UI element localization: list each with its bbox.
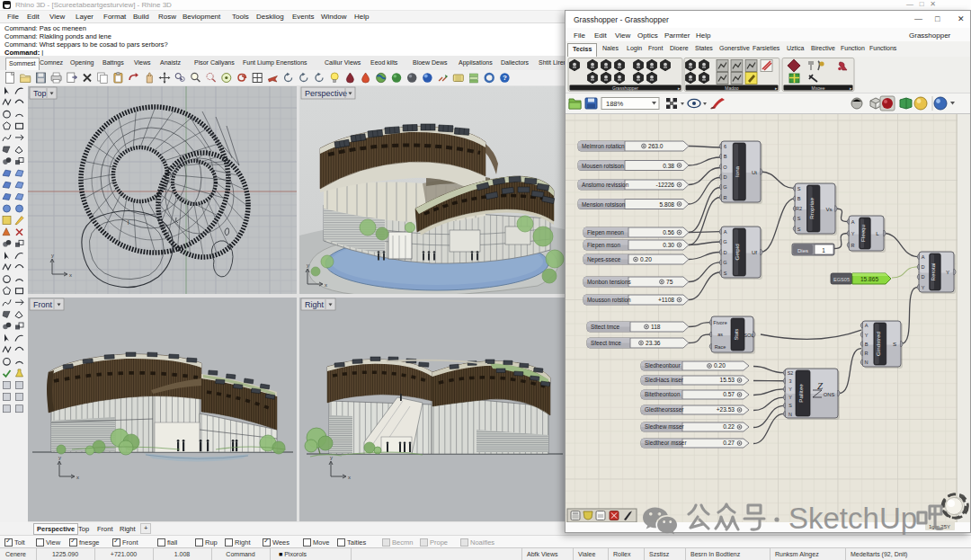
svg-text:1: 1 bbox=[822, 247, 825, 253]
svg-text:?: ? bbox=[503, 74, 507, 82]
svg-text:S: S bbox=[797, 227, 801, 232]
svg-text:188%: 188% bbox=[606, 100, 624, 108]
svg-text:y: y bbox=[330, 455, 333, 460]
svg-text:Stats: Stats bbox=[734, 328, 739, 340]
svg-text:Rerotai: Rerotai bbox=[930, 263, 936, 281]
svg-text:Gindstred: Gindstred bbox=[875, 332, 881, 356]
svg-text:0.22: 0.22 bbox=[723, 423, 735, 430]
svg-text:Getpid: Getpid bbox=[734, 244, 740, 261]
svg-text:Mxoee: Mxoee bbox=[811, 85, 824, 91]
svg-text:Flepen mson: Flepen mson bbox=[587, 242, 620, 249]
svg-text:Uf: Uf bbox=[752, 249, 757, 255]
svg-text:Y: Y bbox=[922, 285, 925, 290]
svg-text:Rropriae: Rropriae bbox=[808, 198, 815, 219]
svg-text:B: B bbox=[724, 154, 727, 159]
svg-text:Vs: Vs bbox=[825, 206, 832, 212]
svg-text:Sledtheor msser: Sledtheor msser bbox=[645, 440, 687, 446]
svg-text:Sttect tmce: Sttect tmce bbox=[591, 324, 619, 330]
svg-text:6: 6 bbox=[724, 144, 726, 149]
svg-text:Dies: Dies bbox=[797, 248, 808, 253]
svg-text:Anstomo revission: Anstomo revission bbox=[582, 182, 629, 188]
svg-text:Ut: Ut bbox=[752, 169, 757, 175]
svg-text:0.27: 0.27 bbox=[723, 440, 735, 446]
svg-text:EGS05: EGS05 bbox=[833, 277, 850, 282]
svg-text:S2: S2 bbox=[788, 370, 794, 376]
svg-text:0.30: 0.30 bbox=[663, 242, 674, 248]
svg-text:+1108: +1108 bbox=[658, 297, 674, 303]
svg-text:0.56: 0.56 bbox=[663, 229, 674, 236]
svg-text:Right: Right bbox=[305, 300, 325, 309]
svg-text:SketchUp: SketchUp bbox=[788, 502, 917, 535]
svg-text:R: R bbox=[851, 243, 854, 248]
svg-text:S: S bbox=[797, 216, 801, 221]
svg-text:3: 3 bbox=[789, 378, 792, 384]
svg-text:Ftvore: Ftvore bbox=[713, 320, 726, 325]
svg-text:Bitetheontoon: Bitetheontoon bbox=[645, 391, 681, 397]
svg-text:Sfeect tmce: Sfeect tmce bbox=[591, 340, 621, 346]
svg-text:D: D bbox=[921, 264, 924, 270]
svg-text:y: y bbox=[307, 262, 309, 268]
svg-text:B: B bbox=[865, 342, 869, 347]
svg-text:Grasshopper: Grasshopper bbox=[612, 85, 638, 91]
svg-text:Gledtheorssser: Gledtheorssser bbox=[645, 406, 684, 413]
svg-text:D: D bbox=[723, 250, 726, 255]
svg-text:N: N bbox=[864, 360, 868, 365]
svg-text:Y: Y bbox=[851, 231, 855, 236]
svg-text:R: R bbox=[723, 195, 726, 200]
svg-text:Sledheonbour: Sledheonbour bbox=[645, 362, 681, 369]
svg-text:Race: Race bbox=[715, 344, 726, 350]
svg-text:0.57: 0.57 bbox=[723, 391, 735, 397]
svg-text:Perspective: Perspective bbox=[305, 89, 347, 98]
svg-text:A: A bbox=[865, 323, 869, 328]
svg-text:0.38: 0.38 bbox=[663, 163, 674, 169]
svg-text:y: y bbox=[51, 253, 54, 258]
svg-text:Flepen mneon: Flepen mneon bbox=[587, 229, 624, 236]
svg-text:Z: Z bbox=[817, 380, 824, 391]
svg-text:75: 75 bbox=[666, 279, 673, 285]
svg-text:Pallitee: Pallitee bbox=[797, 384, 804, 403]
svg-text:D: D bbox=[723, 174, 726, 180]
svg-text:y: y bbox=[58, 455, 61, 460]
svg-text:+23.53: +23.53 bbox=[717, 406, 735, 413]
svg-text:263.0: 263.0 bbox=[648, 143, 664, 149]
svg-text:0.20: 0.20 bbox=[714, 362, 726, 369]
svg-text:Top: Top bbox=[33, 89, 47, 98]
svg-text:Melmron rotaticn: Melmron rotaticn bbox=[582, 143, 625, 149]
svg-text:O: O bbox=[723, 164, 727, 170]
svg-text:N: N bbox=[788, 412, 792, 417]
svg-text:Monbon tensions: Monbon tensions bbox=[587, 279, 631, 285]
svg-text:A: A bbox=[851, 219, 855, 225]
svg-text:A: A bbox=[922, 254, 925, 260]
svg-text:15.865: 15.865 bbox=[860, 276, 879, 282]
svg-text:SledHacs inser: SledHacs inser bbox=[645, 377, 684, 383]
svg-text:x: x bbox=[76, 475, 79, 480]
svg-text:ONS: ONS bbox=[824, 392, 835, 397]
svg-text:L: L bbox=[876, 230, 879, 236]
svg-text:Y: Y bbox=[946, 269, 949, 275]
svg-text:118: 118 bbox=[651, 324, 661, 330]
svg-text:B: B bbox=[797, 196, 801, 201]
svg-text:0.20: 0.20 bbox=[640, 256, 652, 262]
svg-text:Sledhew msser: Sledhew msser bbox=[645, 423, 685, 430]
svg-text:5.808: 5.808 bbox=[659, 201, 674, 208]
svg-text:x: x bbox=[325, 282, 327, 288]
svg-text:Mension rotsison: Mension rotsison bbox=[582, 201, 626, 208]
svg-text:Nepes-ssece: Nepes-ssece bbox=[587, 256, 621, 263]
svg-text:S: S bbox=[797, 186, 801, 191]
svg-text:Fleequ: Fleequ bbox=[860, 224, 866, 241]
svg-text:A: A bbox=[724, 229, 727, 235]
svg-text:Madoo: Madoo bbox=[725, 85, 739, 91]
svg-text:Mousson rotstion: Mousson rotstion bbox=[587, 297, 631, 303]
svg-text:Y: Y bbox=[788, 387, 792, 392]
svg-text:Y: Y bbox=[865, 333, 869, 338]
svg-text:23.36: 23.36 bbox=[646, 340, 661, 346]
svg-text:Y: Y bbox=[788, 395, 792, 400]
svg-text:R: R bbox=[864, 351, 868, 356]
svg-text:Front: Front bbox=[33, 300, 53, 309]
svg-text:R2: R2 bbox=[796, 206, 802, 211]
svg-text:G: G bbox=[723, 239, 726, 244]
svg-text:S: S bbox=[724, 271, 727, 276]
svg-text:S: S bbox=[893, 341, 896, 347]
svg-text:Iona: Iona bbox=[734, 165, 740, 177]
svg-text:x: x bbox=[348, 475, 351, 480]
